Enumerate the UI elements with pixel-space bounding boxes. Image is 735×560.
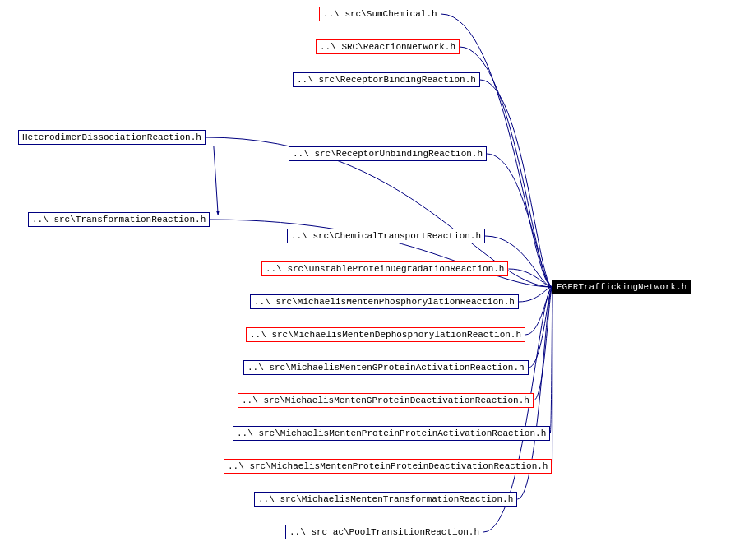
- node-n10: ..\ src\MichaelisMentenGProteinActivatio…: [243, 360, 529, 375]
- node-n9: ..\ src\MichaelisMentenDephosphorylation…: [246, 327, 525, 342]
- node-n0: ..\ src\SumChemical.h: [319, 7, 441, 21]
- node-n4: ..\ src\ReceptorUnbindingReaction.h: [289, 146, 487, 161]
- node-n1: ..\ SRC\ReactionNetwork.h: [316, 39, 460, 54]
- diagram-container: ..\ src\SumChemical.h..\ SRC\ReactionNet…: [0, 0, 735, 560]
- node-n13: ..\ src\MichaelisMentenProteinProteinDea…: [224, 459, 552, 474]
- node-main: EGFRTraffickingNetwork.h: [552, 280, 691, 294]
- node-n14: ..\ src\MichaelisMentenTransformationRea…: [254, 492, 517, 507]
- node-n8: ..\ src\MichaelisMentenPhosphorylationRe…: [250, 294, 519, 309]
- node-n15: ..\ src_ac\PoolTransitionReaction.h: [285, 525, 483, 539]
- node-n12: ..\ src\MichaelisMentenProteinProteinAct…: [233, 426, 550, 441]
- node-n5: ..\ src\TransformationReaction.h: [28, 212, 210, 227]
- node-n2: ..\ src\ReceptorBindingReaction.h: [293, 72, 480, 87]
- node-n3: HeterodimerDissociationReaction.h: [18, 130, 206, 145]
- node-n11: ..\ src\MichaelisMentenGProteinDeactivat…: [238, 393, 534, 408]
- node-n7: ..\ src\UnstableProteinDegradationReacti…: [261, 261, 508, 276]
- node-n6: ..\ src\ChemicalTransportReaction.h: [287, 229, 485, 243]
